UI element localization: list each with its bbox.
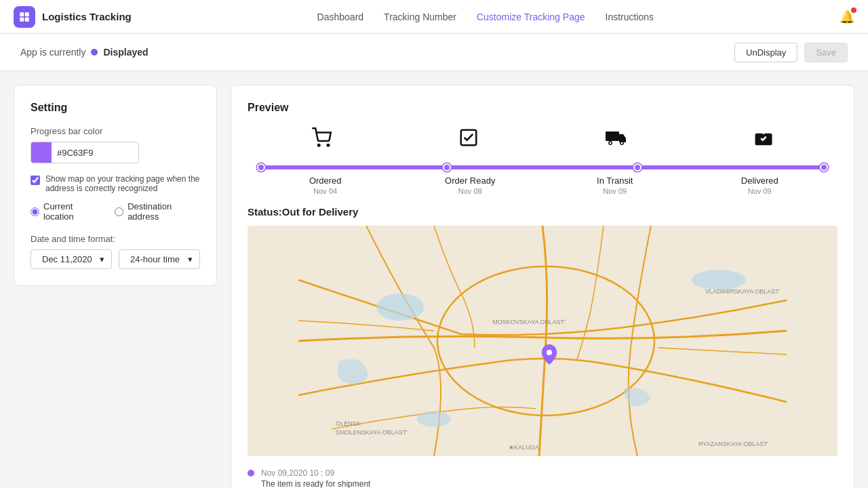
map-svg: MOSKOVSKAYA OBLAST' VLADIMIRSKAYA OBLAST… bbox=[248, 226, 837, 456]
svg-rect-2 bbox=[20, 17, 24, 21]
step-name-delivered: Delivered bbox=[688, 176, 833, 186]
save-button[interactable]: Save bbox=[804, 43, 848, 62]
timeline-section: Nov 09,2020 10 : 09 The item is ready fo… bbox=[248, 466, 837, 488]
timeline-content: Nov 09,2020 10 : 09 The item is ready fo… bbox=[261, 468, 370, 488]
step-date-delivered: Nov 09 bbox=[688, 187, 833, 195]
app-header: Logistics Tracking Dashboard Tracking Nu… bbox=[0, 0, 868, 34]
progress-track-fill bbox=[257, 165, 828, 169]
step-ordered bbox=[248, 127, 395, 158]
step-labels-row: Ordered Nov 04 Order Ready Nov 08 In Tra… bbox=[253, 176, 832, 195]
show-map-checkbox-row: Show map on your tracking page when the … bbox=[31, 174, 200, 193]
notification-bell[interactable]: 🔔 bbox=[840, 9, 854, 24]
app-title: Logistics Tracking bbox=[42, 11, 132, 22]
header-left: Logistics Tracking bbox=[14, 6, 132, 28]
step-dot-3 bbox=[633, 163, 642, 171]
app-logo bbox=[14, 6, 35, 28]
timeline-dot-col bbox=[248, 468, 254, 476]
svg-point-16 bbox=[417, 411, 451, 427]
step-label-order-ready: Order Ready Nov 08 bbox=[398, 176, 543, 195]
step-label-in-transit: In Transit Nov 09 bbox=[542, 176, 688, 195]
show-map-checkbox[interactable] bbox=[31, 176, 40, 185]
undisplay-button[interactable]: UnDisplay bbox=[734, 43, 797, 62]
progress-bar-color-section: Progress bar color bbox=[31, 126, 200, 163]
svg-point-24 bbox=[547, 350, 552, 355]
date-format-value: Dec 11,2020 bbox=[42, 254, 92, 264]
svg-point-5 bbox=[328, 144, 330, 146]
svg-rect-7 bbox=[606, 131, 619, 141]
svg-text:MOSKOVSKAYA OBLAST': MOSKOVSKAYA OBLAST' bbox=[492, 319, 566, 325]
timeline-dot bbox=[248, 470, 254, 476]
location-radio-group: Current location Destination address bbox=[31, 201, 200, 222]
progress-bar-color-label: Progress bar color bbox=[31, 126, 200, 136]
date-time-section: Date and time format: Dec 11,2020 ▾ 24-h… bbox=[31, 234, 200, 269]
main-nav: Dashboard Tracking Number Customize Trac… bbox=[317, 12, 654, 22]
date-dropdown-icon: ▾ bbox=[100, 254, 104, 264]
current-location-radio[interactable] bbox=[31, 207, 39, 216]
svg-text:OLENSK: OLENSK bbox=[336, 420, 361, 427]
nav-instructions[interactable]: Instructions bbox=[606, 12, 654, 22]
time-format-value: 24-hour time bbox=[130, 254, 180, 264]
preview-panel: Preview bbox=[231, 85, 854, 488]
svg-point-11 bbox=[620, 142, 623, 144]
destination-address-option[interactable]: Destination address bbox=[115, 201, 200, 222]
svg-point-4 bbox=[318, 144, 320, 146]
time-dropdown-icon: ▾ bbox=[188, 254, 193, 264]
app-is-currently-label: App is currently bbox=[20, 47, 85, 58]
nav-customize[interactable]: Customize Tracking Page bbox=[477, 12, 585, 22]
status-displayed-text: Displayed bbox=[103, 47, 148, 58]
color-swatch bbox=[31, 142, 52, 163]
svg-rect-0 bbox=[20, 12, 24, 16]
status-dot bbox=[91, 49, 98, 56]
svg-text:★KALUGA: ★KALUGA bbox=[509, 444, 539, 451]
order-ready-icon bbox=[458, 127, 479, 152]
steps-icons-row bbox=[248, 127, 837, 158]
delivered-icon bbox=[753, 127, 774, 152]
svg-point-15 bbox=[692, 270, 746, 290]
svg-point-14 bbox=[376, 293, 424, 321]
nav-dashboard[interactable]: Dashboard bbox=[317, 12, 364, 22]
nav-tracking-number[interactable]: Tracking Number bbox=[384, 12, 456, 22]
svg-point-10 bbox=[609, 142, 611, 144]
status-left: App is currently Displayed bbox=[20, 47, 149, 58]
progress-bar-container bbox=[257, 163, 828, 171]
status-bar: App is currently Displayed UnDisplay Sav… bbox=[0, 34, 868, 71]
svg-text:VLADIMIRSKAYA OBLAST': VLADIMIRSKAYA OBLAST' bbox=[705, 288, 781, 295]
step-name-ordered: Ordered bbox=[253, 176, 398, 186]
show-map-label: Show map on your tracking page when the … bbox=[45, 174, 200, 193]
step-dot-2 bbox=[443, 163, 451, 171]
svg-rect-1 bbox=[25, 12, 29, 16]
preview-title: Preview bbox=[248, 102, 837, 114]
color-input-row bbox=[31, 142, 139, 163]
settings-panel: Setting Progress bar color Show map on y… bbox=[14, 85, 217, 286]
step-name-in-transit: In Transit bbox=[542, 176, 688, 186]
settings-title: Setting bbox=[31, 102, 200, 114]
main-layout: Setting Progress bar color Show map on y… bbox=[0, 71, 868, 488]
status-right: UnDisplay Save bbox=[734, 43, 848, 62]
step-delivered bbox=[690, 127, 838, 158]
header-right: 🔔 bbox=[840, 9, 854, 24]
step-name-order-ready: Order Ready bbox=[398, 176, 543, 186]
time-format-select[interactable]: 24-hour time ▾ bbox=[119, 249, 200, 269]
date-format-select[interactable]: Dec 11,2020 ▾ bbox=[31, 249, 112, 269]
destination-address-radio[interactable] bbox=[115, 207, 123, 216]
step-date-ordered: Nov 04 bbox=[253, 187, 398, 195]
step-date-in-transit: Nov 09 bbox=[542, 187, 688, 195]
svg-rect-3 bbox=[25, 17, 29, 21]
step-dot-1 bbox=[257, 163, 265, 171]
current-location-label: Current location bbox=[43, 201, 101, 222]
in-transit-icon bbox=[606, 127, 627, 151]
color-input[interactable] bbox=[52, 145, 138, 161]
step-label-ordered: Ordered Nov 04 bbox=[253, 176, 398, 195]
svg-text:RYAZANSKAYA OBLAST': RYAZANSKAYA OBLAST' bbox=[698, 441, 769, 447]
date-time-label: Date and time format: bbox=[31, 234, 200, 244]
current-location-option[interactable]: Current location bbox=[31, 201, 101, 222]
map-container: MOSKOVSKAYA OBLAST' VLADIMIRSKAYA OBLAST… bbox=[248, 226, 837, 456]
step-in-transit bbox=[542, 127, 690, 157]
step-date-order-ready: Nov 08 bbox=[398, 187, 543, 195]
notification-badge bbox=[851, 7, 856, 13]
step-dot-4 bbox=[820, 163, 828, 171]
step-label-delivered: Delivered Nov 09 bbox=[688, 176, 833, 195]
step-order-ready bbox=[395, 127, 543, 158]
destination-address-label: Destination address bbox=[127, 201, 200, 222]
timeline-text: The item is ready for shipment bbox=[261, 479, 370, 488]
